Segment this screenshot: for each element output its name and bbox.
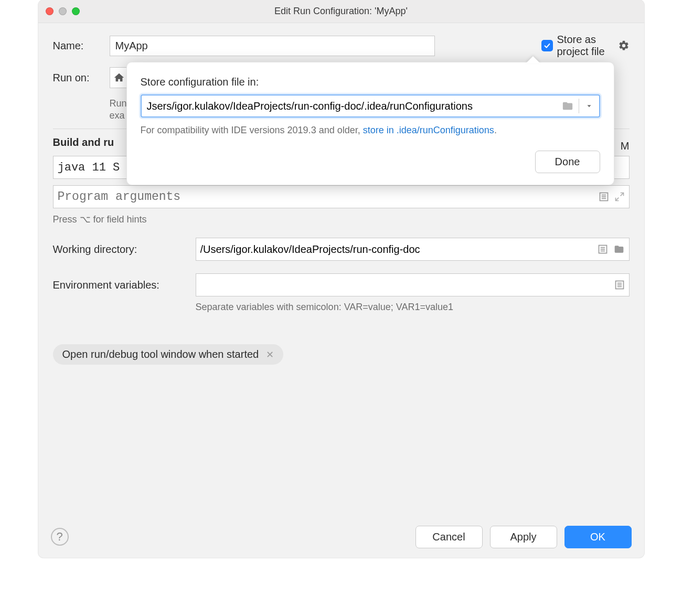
program-arguments-field[interactable] xyxy=(53,185,630,208)
list-icon[interactable] xyxy=(598,244,608,254)
open-tool-window-chip[interactable]: Open run/debug tool window when started … xyxy=(53,344,284,365)
env-vars-input[interactable] xyxy=(200,279,614,291)
run-on-label: Run on: xyxy=(53,72,110,84)
chip-label: Open run/debug tool window when started xyxy=(62,348,259,360)
build-and-run-heading: Build and ru xyxy=(53,136,114,148)
popover-arrow xyxy=(526,56,540,63)
help-button[interactable]: ? xyxy=(51,528,69,546)
env-vars-field[interactable] xyxy=(196,273,630,296)
window-title: Edit Run Configuration: 'MyApp' xyxy=(38,6,644,17)
env-vars-hint: Separate variables with semicolon: VAR=v… xyxy=(196,302,630,313)
compat-hint: For compatibility with IDE versions 2019… xyxy=(141,125,600,136)
store-config-path-field[interactable] xyxy=(141,94,600,118)
working-directory-label: Working directory: xyxy=(53,243,196,256)
working-directory-input[interactable] xyxy=(200,243,598,256)
close-icon[interactable]: ✕ xyxy=(266,349,274,360)
dialog-window: Edit Run Configuration: 'MyApp' Name: St… xyxy=(38,0,644,558)
apply-button[interactable]: Apply xyxy=(490,526,557,548)
store-as-project-file-checkbox[interactable] xyxy=(541,40,553,51)
store-config-title: Store configuration file in: xyxy=(141,76,600,88)
gear-icon[interactable] xyxy=(618,40,630,51)
env-vars-row: Environment variables: xyxy=(53,273,630,296)
sdk-value: java 11 S xyxy=(58,161,120,174)
ok-button[interactable]: OK xyxy=(564,526,632,548)
store-config-popover: Store configuration file in: For compati… xyxy=(126,62,614,185)
program-arguments-input[interactable] xyxy=(58,190,599,204)
done-button[interactable]: Done xyxy=(535,151,600,173)
store-config-path-input[interactable] xyxy=(142,100,557,112)
folder-icon[interactable] xyxy=(613,244,625,254)
dialog-bottom-bar: ? Cancel Apply OK xyxy=(38,516,644,558)
name-row: Name: Store as project file xyxy=(53,34,630,58)
chevron-down-icon[interactable] xyxy=(579,102,599,110)
home-icon xyxy=(113,72,125,83)
working-directory-field[interactable] xyxy=(196,238,630,261)
store-as-project-file-label: Store as project file xyxy=(557,34,614,58)
field-hints-label: Press ⌥ for field hints xyxy=(53,214,630,225)
folder-icon[interactable] xyxy=(557,100,579,112)
name-label: Name: xyxy=(53,40,110,52)
working-directory-row: Working directory: xyxy=(53,238,630,261)
list-icon[interactable] xyxy=(599,192,609,202)
cancel-button[interactable]: Cancel xyxy=(415,526,483,548)
name-input[interactable] xyxy=(110,36,435,56)
list-icon[interactable] xyxy=(614,280,625,290)
compat-link[interactable]: store in .idea/runConfigurations xyxy=(363,125,494,135)
run-on-target-dropdown[interactable] xyxy=(110,67,129,88)
store-right-group: Store as project file xyxy=(541,34,630,58)
partial-right-char: M xyxy=(621,140,630,152)
titlebar: Edit Run Configuration: 'MyApp' xyxy=(38,0,644,23)
expand-icon[interactable] xyxy=(614,192,625,202)
env-vars-label: Environment variables: xyxy=(53,279,196,291)
